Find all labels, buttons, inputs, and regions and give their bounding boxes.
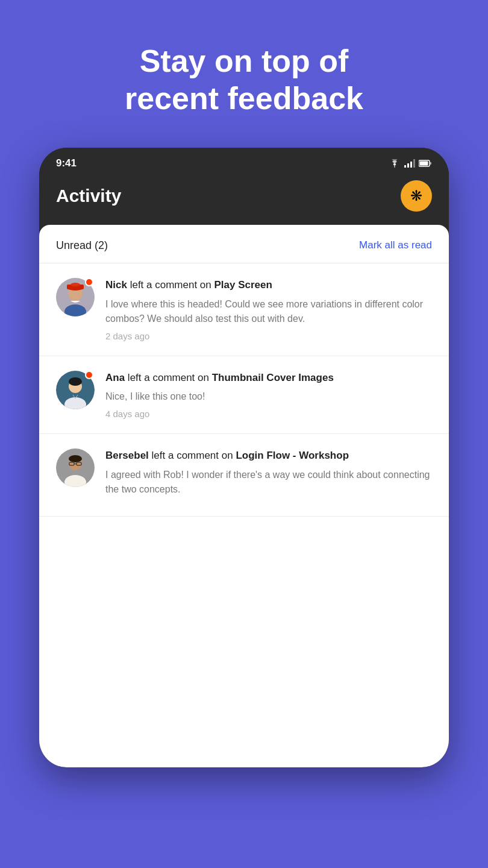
notification-item-nick[interactable]: Nick left a comment on Play Screen I lov… — [39, 263, 449, 356]
ana-username: Ana — [105, 372, 125, 383]
bersebel-username: Bersebel — [105, 450, 149, 461]
status-time: 9:41 — [56, 157, 77, 169]
ana-notif-title: Ana left a comment on Thumbnail Cover Im… — [105, 371, 432, 385]
app-bar: Activity ❋ — [39, 174, 449, 225]
nick-notif-body: I love where this is headed! Could we se… — [105, 297, 432, 326]
svg-rect-0 — [404, 165, 406, 168]
phone-mockup: 9:41 Activity — [39, 148, 449, 767]
status-icons — [389, 159, 432, 168]
unread-label: Unread (2) — [56, 239, 108, 252]
ana-notif-body: Nice, I like this one too! — [105, 389, 432, 404]
wifi-icon — [389, 159, 401, 168]
nick-username: Nick — [105, 279, 127, 291]
nick-unread-dot — [85, 278, 93, 286]
svg-point-15 — [69, 377, 82, 386]
svg-rect-3 — [413, 159, 415, 168]
svg-rect-2 — [410, 162, 412, 168]
nick-notif-time: 2 days ago — [105, 331, 432, 341]
bersebel-notif-content: Bersebel left a comment on Login Flow - … — [105, 448, 432, 502]
status-bar: 9:41 — [39, 148, 449, 174]
bersebel-notif-body: I agreed with Rob! I wonder if there's a… — [105, 468, 432, 497]
hero-section: Stay on top of recent feedback — [64, 0, 424, 148]
ana-avatar-wrap — [56, 371, 95, 409]
ana-notif-time: 4 days ago — [105, 409, 432, 419]
nick-action: left a comment on — [130, 279, 214, 291]
ana-project: Thumbnail Cover Images — [212, 372, 334, 383]
signal-icon — [404, 159, 415, 168]
bersebel-avatar — [56, 448, 95, 487]
nick-project: Play Screen — [214, 279, 272, 291]
mark-all-read-button[interactable]: Mark all as read — [359, 239, 432, 251]
battery-icon — [419, 160, 432, 167]
ana-unread-dot — [85, 371, 93, 379]
hero-text: Stay on top of recent feedback — [64, 0, 424, 148]
svg-rect-6 — [430, 162, 432, 165]
unread-header: Unread (2) Mark all as read — [39, 225, 449, 263]
svg-rect-1 — [407, 163, 409, 168]
profile-avatar-button[interactable]: ❋ — [401, 180, 432, 212]
svg-point-11 — [70, 283, 80, 286]
ana-notif-content: Ana left a comment on Thumbnail Cover Im… — [105, 371, 432, 420]
nick-avatar-wrap — [56, 278, 95, 316]
nick-notif-content: Nick left a comment on Play Screen I lov… — [105, 278, 432, 341]
bersebel-action: left a comment on — [152, 450, 236, 461]
bersebel-notif-title: Bersebel left a comment on Login Flow - … — [105, 448, 432, 463]
content-area: Unread (2) Mark all as read — [39, 225, 449, 767]
notification-item-bersebel[interactable]: Bersebel left a comment on Login Flow - … — [39, 434, 449, 517]
nick-notif-title: Nick left a comment on Play Screen — [105, 278, 432, 292]
bersebel-project: Login Flow - Workshop — [236, 450, 349, 461]
bersebel-avatar-wrap — [56, 448, 95, 487]
notification-item-ana[interactable]: Ana left a comment on Thumbnail Cover Im… — [39, 356, 449, 435]
avatar-flower-icon: ❋ — [410, 189, 422, 203]
app-title: Activity — [56, 186, 121, 206]
bersebel-avatar-image — [56, 448, 95, 487]
svg-point-19 — [69, 455, 82, 462]
svg-rect-5 — [420, 161, 428, 165]
ana-action: left a comment on — [128, 372, 212, 383]
